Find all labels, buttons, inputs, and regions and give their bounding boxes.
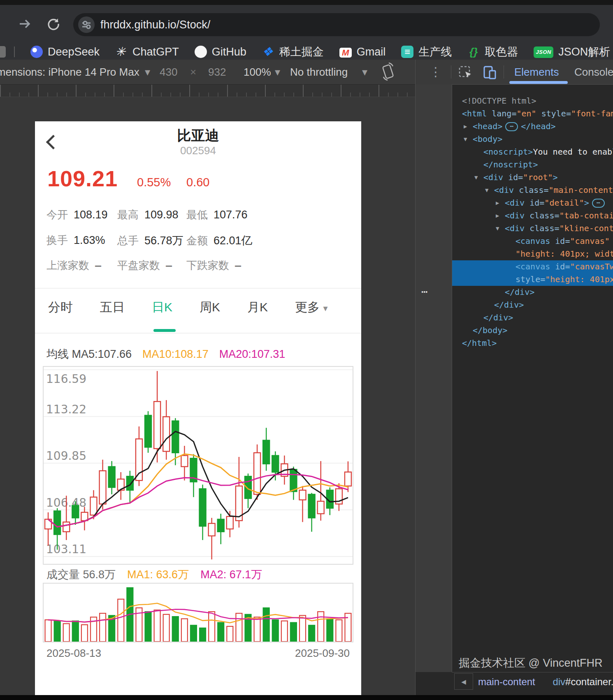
tab-月K[interactable]: 月K [247, 299, 268, 324]
device-select[interactable]: imensions: iPhone 14 Pro Max [0, 60, 139, 84]
emulated-viewport: 比亚迪 002594 109.21 0.55% 0.60 今开108.19最高1… [35, 121, 361, 695]
stock-code: 002594 [35, 144, 361, 157]
volume-chart[interactable] [43, 583, 353, 642]
throttling-select[interactable]: No throttling [290, 60, 348, 84]
tab-console[interactable]: Console [574, 60, 613, 84]
dom-tree-node[interactable]: </div> [452, 311, 613, 324]
dom-tree-node[interactable]: <!DOCTYPE html> [452, 95, 613, 107]
toolbar-separator [504, 65, 504, 79]
colorpicker-icon [467, 46, 480, 58]
devtools-split-border[interactable] [415, 60, 416, 695]
devtools-menu-icon[interactable]: ⋮ [430, 60, 442, 84]
tab-分时[interactable]: 分时 [48, 299, 73, 324]
bookmark-juejin[interactable]: 稀土掘金 [262, 44, 324, 59]
tab-日K[interactable]: 日K [152, 299, 172, 324]
tab-周K[interactable]: 周K [200, 299, 220, 324]
collapsed-arrow-icon[interactable]: ▶ [464, 120, 467, 133]
device-width-field[interactable]: 430 [160, 60, 177, 84]
json-icon [534, 46, 553, 58]
dom-tree-node[interactable]: ▼<div class="main-content"> [452, 184, 613, 197]
breadcrumb-item[interactable]: main-content [478, 676, 535, 687]
device-height-field[interactable]: 932 [208, 60, 226, 84]
kline-chart[interactable]: 116.59113.22109.85106.48103.11 [43, 366, 353, 565]
bookmark-prodline[interactable]: 生产线 [401, 44, 452, 59]
dom-tree-node[interactable]: <canvas id="canvasTwo" [452, 260, 613, 273]
address-bar[interactable]: fhrddx.github.io/Stock/ [73, 13, 600, 36]
stat-value: – [166, 259, 172, 271]
bookmark-gmail[interactable]: Gmail [339, 46, 386, 58]
collapsed-arrow-icon[interactable]: ▶ [496, 197, 499, 209]
bookmark-github[interactable]: GitHub [195, 46, 246, 58]
dom-tree-node[interactable]: </body> [452, 324, 613, 337]
dom-tree-node[interactable]: "height: 401px; width: 390px;"> [452, 248, 613, 260]
breadcrumb-item-id[interactable]: #container. [565, 676, 613, 687]
volume-legend: 成交量 56.8万MA1: 63.6万MA2: 67.1万 [46, 567, 274, 582]
zoom-select-caret[interactable]: ▾ [275, 60, 280, 84]
stat-换手: 换手1.63% [46, 233, 105, 248]
inspect-element-icon[interactable] [458, 65, 473, 82]
reload-button[interactable] [46, 16, 61, 33]
dom-tree-node[interactable]: <noscript>You need to enable JavaScript [452, 146, 613, 158]
dom-tree-node[interactable]: </noscript> [452, 158, 613, 171]
zoom-select[interactable]: 100% [244, 60, 271, 84]
svg-text:103.11: 103.11 [46, 542, 86, 556]
expanded-arrow-icon[interactable]: ▼ [485, 184, 488, 197]
svg-text:113.22: 113.22 [46, 403, 86, 416]
bookmark-deepseek[interactable]: DeepSeek [30, 46, 100, 58]
bookmark-json[interactable]: JSON解析 [534, 44, 610, 59]
dom-tree-node[interactable]: ▼<div class="kline-container"> [452, 222, 613, 235]
dom-tree[interactable]: <!DOCTYPE html><html lang="en" style="fo… [452, 95, 613, 350]
expanded-arrow-icon[interactable]: ▼ [474, 171, 478, 184]
url-text[interactable]: fhrddx.github.io/Stock/ [100, 13, 210, 36]
dom-tree-node[interactable]: ▶<div class="tab-container"> [452, 209, 613, 222]
dom-tree-node[interactable]: ▼<div id="root"> [452, 171, 613, 184]
stat-label: 今开 [46, 209, 68, 221]
expanded-arrow-icon[interactable]: ▼ [496, 222, 499, 235]
forward-button[interactable] [17, 16, 32, 33]
stats-row: 上涨家数–平盘家数–下跌家数– [35, 258, 361, 275]
expanded-arrow-icon[interactable]: ▼ [464, 133, 467, 146]
dom-tree-node[interactable]: <html lang="en" style="font-family: sans… [452, 107, 613, 120]
device-select-caret[interactable]: ▾ [145, 60, 150, 84]
github-icon [195, 46, 207, 58]
svg-text:116.59: 116.59 [46, 372, 86, 386]
dom-tree-node[interactable]: ▶<div id="detail">⋯ [452, 197, 613, 209]
watermark: 掘金技术社区 @ VincentFHR [459, 656, 602, 670]
tab-elements[interactable]: Elements [514, 60, 559, 84]
page-stage: 比亚迪 002594 109.21 0.55% 0.60 今开108.19最高1… [0, 85, 416, 700]
bookmark-label: ChatGPT [132, 46, 179, 58]
dom-tree-node[interactable]: ▶<head>⋯</head> [452, 120, 613, 133]
elements-gutter: ⋯ [416, 84, 452, 672]
dom-tree-node[interactable]: </html> [452, 337, 613, 350]
ellipsis-expand-icon[interactable]: ⋯ [592, 199, 605, 208]
breadcrumb-item-tag[interactable]: div [553, 676, 565, 687]
legend-item: MA2: 67.1万 [200, 568, 262, 581]
legend-item: 成交量 56.8万 [46, 568, 116, 581]
dom-tree-node[interactable]: style="height: 401px; width: 390px;"> [452, 273, 613, 286]
date-end: 2025-09-30 [295, 647, 350, 660]
throttling-caret[interactable]: ▾ [362, 60, 367, 84]
breadcrumb-scroll-left[interactable]: ◀ [454, 673, 473, 690]
dom-tree-node[interactable]: </div> [452, 299, 613, 311]
site-settings-icon[interactable] [78, 16, 95, 33]
stat-label: 换手 [46, 234, 68, 246]
stat-label: 总手 [117, 234, 139, 247]
stat-label: 上涨家数 [46, 259, 89, 271]
bookmark-chatgpt[interactable]: ChatGPT [115, 46, 179, 58]
tab-更多[interactable]: 更多 ▾ [295, 299, 327, 324]
stat-金额: 金额62.01亿 [186, 233, 253, 248]
tab-五日[interactable]: 五日 [100, 299, 125, 324]
collapsed-arrow-icon[interactable]: ▶ [496, 209, 499, 222]
legend-item: 均线 MA5:107.66 [46, 348, 132, 360]
bookmark-colorpicker[interactable]: 取色器 [467, 44, 518, 59]
ellipsis-expand-icon[interactable]: ⋯ [505, 122, 518, 131]
rotate-icon[interactable] [379, 60, 397, 85]
current-price: 109.21 [47, 166, 118, 191]
device-toggle-icon[interactable] [482, 65, 499, 82]
date-axis: 2025-08-13 2025-09-30 [46, 647, 350, 660]
bottom-strip [0, 695, 613, 700]
dom-tree-node[interactable]: <canvas id="canvas" style= [452, 235, 613, 248]
dom-tree-node[interactable]: ▼<body> [452, 133, 613, 146]
dom-tree-node[interactable]: </div> [452, 286, 613, 299]
stock-title: 比亚迪 [35, 126, 361, 145]
